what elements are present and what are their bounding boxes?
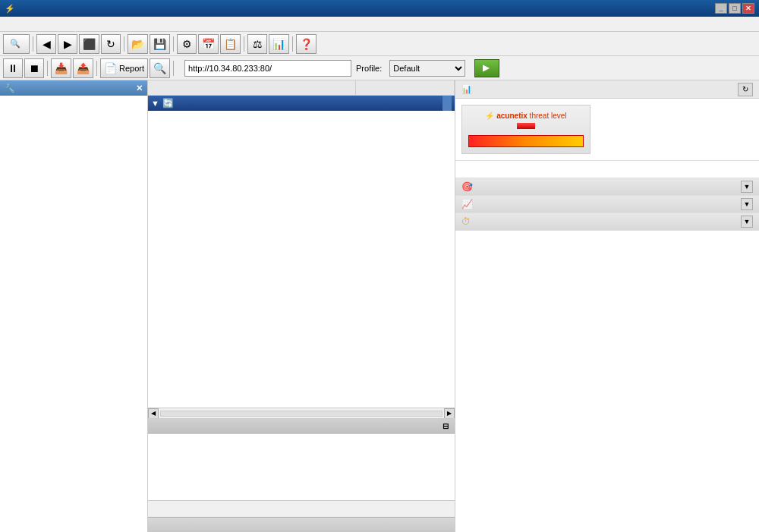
close-button[interactable]: ✕ xyxy=(742,3,754,14)
menu-tools[interactable] xyxy=(27,23,39,26)
minimize-button[interactable]: _ xyxy=(715,3,727,14)
report-button[interactable]: 📄 Report xyxy=(100,58,148,78)
alerts-header: 📊 ↻ xyxy=(455,80,759,99)
statistics-header[interactable]: 📈 ▼ xyxy=(455,196,759,212)
progress-header[interactable]: ⏱ ▼ xyxy=(455,213,759,230)
menu-file[interactable] xyxy=(3,23,15,26)
activity-expand-icon[interactable]: ⊟ xyxy=(442,422,449,430)
tools-explorer-header: 🔧 ✕ xyxy=(0,80,147,96)
main-layout: 🔧 ✕ ▼ 🔄 ◀ ▶ xyxy=(0,80,759,532)
target-info-icon: 🎯 xyxy=(461,181,473,192)
tree-view xyxy=(0,96,147,532)
url-input[interactable]: Profile: xyxy=(184,60,351,77)
progress-expand-button[interactable]: ▼ xyxy=(741,216,753,228)
toolbar-sep-3 xyxy=(173,36,174,52)
threat-box: ⚡ acunetix threat level xyxy=(461,105,591,154)
search-icon-btn[interactable]: 🔍 xyxy=(150,58,170,78)
scan-log-button[interactable]: 📋 xyxy=(220,34,241,54)
profile-prefix: Profile: xyxy=(356,64,382,73)
toolbar2-sep-3 xyxy=(173,61,174,76)
scan-pause-button[interactable]: ⏸ xyxy=(3,58,23,78)
import-button[interactable]: 📥 xyxy=(51,58,71,78)
activity-tabs xyxy=(148,500,455,517)
menu-actions[interactable] xyxy=(15,23,27,26)
window-controls: _ □ ✕ xyxy=(715,3,754,14)
tools-explorer-icon: 🔧 xyxy=(5,83,15,93)
maximize-button[interactable]: □ xyxy=(729,3,741,14)
profile-label: Default xyxy=(389,60,465,77)
toolbar2-sep-2 xyxy=(96,61,97,76)
scroll-right-btn[interactable]: ▶ xyxy=(444,408,455,419)
activity-header: ⊟ xyxy=(148,419,455,434)
right-panel: 📊 ↻ ⚡ acunetix threat level xyxy=(455,80,759,532)
menu-configuration[interactable] xyxy=(39,23,52,26)
toolbar-secondary: ⏸ ⏹ 📥 📤 📄 Report 🔍 Profile: Profile: Def… xyxy=(0,56,759,80)
progress-section: ⏱ ▼ xyxy=(455,213,759,231)
statistics-icon: 📈 xyxy=(461,199,473,209)
acunetix-logo: ⚡ acunetix threat level xyxy=(468,112,584,120)
alert-bars xyxy=(455,161,759,178)
new-scan-button[interactable]: 🔍 xyxy=(3,34,30,54)
toolbar-sep-2 xyxy=(124,36,124,52)
panel-close-icon[interactable]: ✕ xyxy=(136,83,143,93)
statistics-expand-button[interactable]: ▼ xyxy=(741,198,753,210)
report-label: Report xyxy=(119,64,144,73)
center-panel: ▼ 🔄 ◀ ▶ ⊟ xyxy=(148,80,455,532)
help-button[interactable]: ❓ xyxy=(296,34,317,54)
toolbar2-sep-1 xyxy=(47,61,48,76)
threat-bar xyxy=(468,135,584,147)
tools-explorer-panel: 🔧 ✕ xyxy=(0,80,148,532)
threat-description xyxy=(598,105,753,154)
threat-level-badge xyxy=(517,123,535,129)
app-logo: ⚡ xyxy=(5,4,15,14)
scroll-track[interactable] xyxy=(160,411,442,417)
activity-content xyxy=(148,434,455,500)
scan-stop-button[interactable]: ⏹ xyxy=(24,58,44,78)
thread-scan-icon: 🔄 xyxy=(162,98,174,109)
forward-button[interactable]: ▶ xyxy=(58,34,77,54)
thread-collapse-icon: ▼ xyxy=(151,99,159,108)
export-button[interactable]: 📤 xyxy=(73,58,93,78)
scan-scrollbar: ◀ ▶ xyxy=(148,408,455,418)
status-bar xyxy=(148,517,455,532)
activity-section: ⊟ xyxy=(148,418,455,517)
scan-col-results xyxy=(148,80,356,95)
target-info-header[interactable]: 🎯 ▼ xyxy=(455,178,759,195)
alerts-icon: 📊 xyxy=(461,84,472,94)
compare-button[interactable]: ⚖ xyxy=(247,34,267,54)
refresh-button[interactable]: ↻ xyxy=(101,34,121,54)
scan-tree xyxy=(148,111,455,408)
reports-button[interactable]: 📊 xyxy=(269,34,289,54)
statistics-section: 📈 ▼ xyxy=(455,196,759,213)
scan-results-header xyxy=(148,80,455,96)
alerts-refresh-button[interactable]: ↻ xyxy=(738,83,753,96)
progress-icon: ⏱ xyxy=(461,216,471,227)
stop-button[interactable]: ⬛ xyxy=(79,34,99,54)
toolbar-main: 🔍 ◀ ▶ ⬛ ↻ 📂 💾 ⚙ 📅 📋 ⚖ 📊 ❓ xyxy=(0,32,759,56)
scan-thread-status xyxy=(442,96,452,111)
scan-settings-button[interactable]: ⚙ xyxy=(177,34,197,54)
scheduler-button[interactable]: 📅 xyxy=(198,34,219,54)
toolbar-sep-4 xyxy=(244,36,244,52)
start-scan-button[interactable]: ▶ xyxy=(474,59,499,77)
scroll-left-btn[interactable]: ◀ xyxy=(148,408,159,419)
menu-help[interactable] xyxy=(52,23,64,26)
title-bar: ⚡ _ □ ✕ xyxy=(0,0,759,17)
toolbar-sep-1 xyxy=(33,36,33,52)
target-expand-button[interactable]: ▼ xyxy=(741,181,753,193)
menu-bar xyxy=(0,17,759,32)
back-button[interactable]: ◀ xyxy=(36,34,56,54)
scan-thread-row[interactable]: ▼ 🔄 xyxy=(148,96,455,111)
scan-col-status xyxy=(356,80,455,95)
toolbar-sep-5 xyxy=(292,36,293,52)
threat-section: ⚡ acunetix threat level xyxy=(455,99,759,161)
open-button[interactable]: 📂 xyxy=(128,34,148,54)
target-info-section: 🎯 ▼ xyxy=(455,178,759,196)
save-button[interactable]: 💾 xyxy=(150,34,170,54)
